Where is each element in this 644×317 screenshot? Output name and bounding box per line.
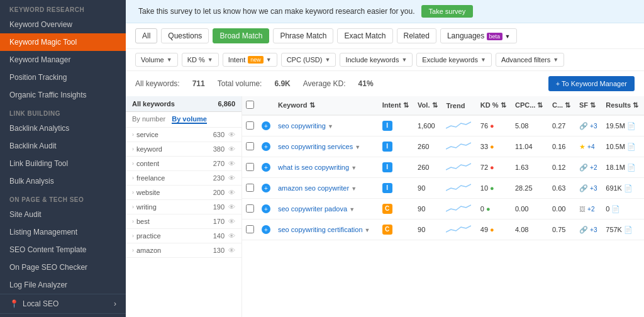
add-keyword-icon[interactable]: +: [262, 225, 270, 234]
dropdown-exclude-keywords[interactable]: Exclude keywords ▼: [416, 53, 492, 67]
by-volume-tab[interactable]: By volume: [172, 115, 207, 124]
keyword-panel-item[interactable]: › keyword 380 👁: [126, 142, 242, 157]
keyword-dropdown-icon[interactable]: ▼: [351, 165, 357, 171]
keyword-panel-item[interactable]: › freelance 230 👁: [126, 171, 242, 186]
th-trend[interactable]: Trend: [442, 96, 476, 115]
add-keyword-icon[interactable]: +: [262, 142, 270, 151]
th-intent[interactable]: Intent ⇅: [379, 96, 414, 115]
sidebar-item-label: SEO Content Template: [9, 245, 87, 254]
td-c: 0.12: [548, 157, 575, 178]
kp-eye-icon[interactable]: 👁: [228, 218, 235, 225]
dropdown-advanced-filters[interactable]: Advanced filters ▼: [496, 53, 564, 67]
keyword-panel-item[interactable]: › service 630 👁: [126, 128, 242, 142]
row-checkbox[interactable]: [246, 163, 254, 171]
kp-eye-icon[interactable]: 👁: [228, 145, 235, 153]
keyword-link[interactable]: amazon seo copywriter: [278, 184, 349, 192]
keyword-panel-item[interactable]: › writing 190 👁: [126, 200, 242, 214]
tab-questions[interactable]: Questions: [161, 28, 209, 43]
th-results[interactable]: Results ⇅: [602, 96, 644, 115]
kp-eye-icon[interactable]: 👁: [228, 189, 235, 196]
sidebar-item-position-tracking[interactable]: Position Tracking: [0, 69, 126, 86]
keyword-dropdown-icon[interactable]: ▼: [349, 206, 355, 213]
keyword-panel-item[interactable]: › content 270 👁: [126, 157, 242, 171]
sidebar-item-listing-management[interactable]: Listing Management: [0, 223, 126, 241]
kp-eye-icon[interactable]: 👁: [228, 232, 235, 240]
sidebar-item-keyword-manager[interactable]: Keyword Manager: [0, 51, 126, 69]
td-add: +: [258, 220, 274, 240]
th-kd[interactable]: KD % ⇅: [477, 96, 511, 115]
sidebar-item-advertising[interactable]: 📢 Advertising ›: [0, 313, 126, 317]
row-checkbox[interactable]: [246, 225, 254, 233]
add-keyword-icon[interactable]: +: [262, 184, 270, 192]
sidebar-item-seo-content-template[interactable]: SEO Content Template: [0, 241, 126, 259]
row-checkbox[interactable]: [246, 204, 254, 213]
add-keyword-icon[interactable]: +: [262, 163, 270, 172]
td-checkbox: [242, 136, 258, 157]
keyword-link[interactable]: what is seo copywriting: [278, 164, 349, 171]
sidebar-item-backlink-analytics[interactable]: Backlink Analytics: [0, 120, 126, 137]
kp-count: 190: [213, 203, 225, 211]
tab-phrase-match[interactable]: Phrase Match: [273, 28, 333, 43]
tab-all[interactable]: All: [135, 28, 157, 43]
by-number-tab[interactable]: By number: [132, 115, 165, 124]
keyword-dropdown-icon[interactable]: ▼: [365, 227, 370, 233]
sidebar-item-keyword-overview[interactable]: Keyword Overview: [0, 16, 126, 33]
sidebar-item-keyword-magic-tool[interactable]: Keyword Magic Tool: [0, 33, 126, 51]
keyword-link[interactable]: seo copywriter padova: [278, 205, 347, 213]
kp-eye-icon[interactable]: 👁: [228, 203, 235, 211]
dropdown-volume[interactable]: Volume ▼: [135, 53, 178, 67]
kp-eye-icon[interactable]: 👁: [228, 160, 235, 167]
keyword-dropdown-icon[interactable]: ▼: [328, 123, 333, 130]
sidebar-item-site-audit[interactable]: Site Audit: [0, 206, 126, 223]
add-keyword-icon[interactable]: +: [262, 121, 270, 130]
kp-eye-icon[interactable]: 👁: [228, 247, 235, 254]
th-cpc[interactable]: CPC... ⇅: [511, 96, 548, 115]
td-keyword: seo copywriting services ▼: [274, 136, 379, 157]
sidebar-item-log-file-analyzer[interactable]: Log File Analyzer: [0, 276, 126, 294]
keyword-panel-item[interactable]: › best 170 👁: [126, 214, 242, 229]
sidebar-item-label: Listing Management: [9, 228, 77, 236]
th-keyword[interactable]: Keyword ⇅: [274, 96, 379, 115]
tab-exact-match[interactable]: Exact Match: [337, 28, 392, 43]
dropdown-intent[interactable]: Intent new ▼: [223, 53, 277, 67]
keyword-link[interactable]: seo copywriting services: [278, 143, 353, 150]
row-checkbox[interactable]: [246, 184, 254, 192]
keyword-link[interactable]: seo copywriting certification: [278, 226, 363, 233]
keyword-panel-item[interactable]: › website 200 👁: [126, 186, 242, 200]
dropdown-kd-percent[interactable]: KD % ▼: [182, 53, 219, 67]
row-checkbox[interactable]: [246, 121, 254, 130]
trend-sparkline: [446, 182, 471, 193]
sidebar-item-link-building-tool[interactable]: Link Building Tool: [0, 155, 126, 172]
sidebar-item-organic-traffic-insights[interactable]: Organic Traffic Insights: [0, 86, 126, 104]
take-survey-button[interactable]: Take survey: [421, 5, 474, 18]
sidebar-item-bulk-analysis[interactable]: Bulk Analysis: [0, 172, 126, 190]
keyword-panel-item[interactable]: › amazon 130 👁: [126, 243, 242, 258]
kp-eye-icon[interactable]: 👁: [228, 174, 235, 182]
tab-broad-match[interactable]: Broad Match: [213, 28, 269, 43]
th-sf[interactable]: SF ⇅: [575, 96, 602, 115]
th-c[interactable]: C... ⇅: [548, 96, 575, 115]
td-add: +: [258, 199, 274, 220]
tab-languages[interactable]: Languages beta ▼: [440, 28, 518, 43]
select-all-checkbox[interactable]: [246, 101, 254, 109]
to-keyword-manager-button[interactable]: + To Keyword Manager: [548, 76, 635, 91]
dropdown-include-keywords[interactable]: Include keywords ▼: [340, 53, 413, 67]
td-trend: [442, 199, 476, 220]
keyword-panel-item[interactable]: › practice 140 👁: [126, 229, 242, 243]
keyword-link[interactable]: seo copywriting: [278, 122, 326, 130]
sidebar-item-backlink-audit[interactable]: Backlink Audit: [0, 137, 126, 155]
td-keyword: seo copywriter padova ▼: [274, 199, 379, 220]
keyword-dropdown-icon[interactable]: ▼: [355, 144, 360, 150]
keyword-dropdown-icon[interactable]: ▼: [351, 186, 357, 192]
sidebar-item-on-page-seo-checker[interactable]: On Page SEO Checker: [0, 259, 126, 276]
td-results: 0 📄: [602, 199, 644, 220]
trend-sparkline: [446, 161, 471, 172]
tab-related[interactable]: Related: [397, 28, 436, 43]
th-volume[interactable]: Vol. ⇅: [414, 96, 442, 115]
kp-eye-icon[interactable]: 👁: [228, 131, 235, 138]
sidebar-item-local-seo[interactable]: 📍 Local SEO ›: [0, 294, 126, 313]
add-keyword-icon[interactable]: +: [262, 204, 270, 213]
filter-tabs-bar: AllQuestionsBroad MatchPhrase MatchExact…: [126, 23, 644, 49]
dropdown-cpc-usd[interactable]: CPC (USD) ▼: [281, 53, 336, 67]
row-checkbox[interactable]: [246, 142, 254, 150]
